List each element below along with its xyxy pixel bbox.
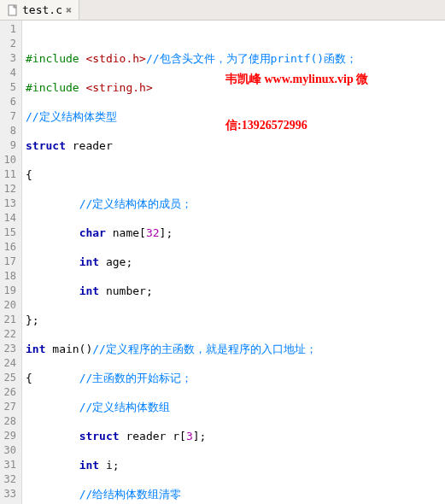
line-number: 5 [3, 80, 16, 95]
watermark: 韦凯峰 www.mylinux.vip 微 信:13926572996 [225, 41, 368, 164]
line-number: 8 [3, 124, 16, 138]
line-number: 20 [3, 298, 16, 313]
code-line: int number; [26, 284, 442, 298]
line-number: 23 [3, 342, 16, 356]
line-number: 18 [3, 269, 16, 284]
code-line: //定义结构体数组 [26, 400, 442, 414]
line-number: 32 [3, 472, 16, 487]
line-number: 30 [3, 443, 16, 458]
line-number: 19 [3, 284, 16, 298]
line-number: 6 [3, 95, 16, 109]
line-number: 4 [3, 66, 16, 80]
code-line: //定义结构体的成员； [26, 196, 442, 211]
line-number: 7 [3, 109, 16, 124]
line-number: 29 [3, 429, 16, 443]
line-number: 3 [3, 51, 16, 66]
code-line: int main()//定义程序的主函数，就是程序的入口地址； [26, 342, 442, 356]
editor: 1234567891011121314151617181920212223242… [0, 21, 445, 504]
line-number: 26 [3, 385, 16, 400]
code-line: char name[32]; [26, 226, 442, 240]
tab-filename: test.c [22, 3, 62, 16]
watermark-line1: 韦凯峰 www.mylinux.vip 微 [225, 72, 368, 87]
line-number: 33 [3, 487, 16, 501]
line-number: 24 [3, 356, 16, 371]
line-number: 27 [3, 400, 16, 414]
close-icon[interactable]: ✖ [66, 4, 72, 16]
code-line: { //主函数的开始标记； [26, 371, 442, 385]
line-number: 2 [3, 37, 16, 51]
line-number: 22 [3, 327, 16, 342]
watermark-line2: 信:13926572996 [225, 118, 368, 133]
line-gutter: 1234567891011121314151617181920212223242… [0, 21, 22, 504]
code-line: }; [26, 313, 442, 327]
code-line: int age; [26, 255, 442, 269]
file-tab[interactable]: test.c ✖ [0, 0, 79, 20]
line-number: 12 [3, 182, 16, 196]
code-line: struct reader r[3]; [26, 429, 442, 443]
line-number: 28 [3, 414, 16, 429]
line-number: 31 [3, 458, 16, 472]
line-number: 14 [3, 211, 16, 226]
code-area[interactable]: 韦凯峰 www.mylinux.vip 微 信:13926572996 #inc… [22, 21, 445, 504]
file-icon [7, 4, 19, 16]
code-line: //给结构体数组清零 [26, 487, 442, 501]
line-number: 13 [3, 196, 16, 211]
code-line: { [26, 167, 442, 182]
line-number: 25 [3, 371, 16, 385]
line-number: 17 [3, 255, 16, 269]
line-number: 1 [3, 22, 16, 37]
line-number: 11 [3, 167, 16, 182]
code-line: int i; [26, 458, 442, 472]
line-number: 16 [3, 240, 16, 255]
line-number: 10 [3, 153, 16, 167]
tab-bar: test.c ✖ [0, 0, 445, 21]
line-number: 15 [3, 226, 16, 240]
line-number: 9 [3, 138, 16, 153]
line-number: 21 [3, 313, 16, 327]
